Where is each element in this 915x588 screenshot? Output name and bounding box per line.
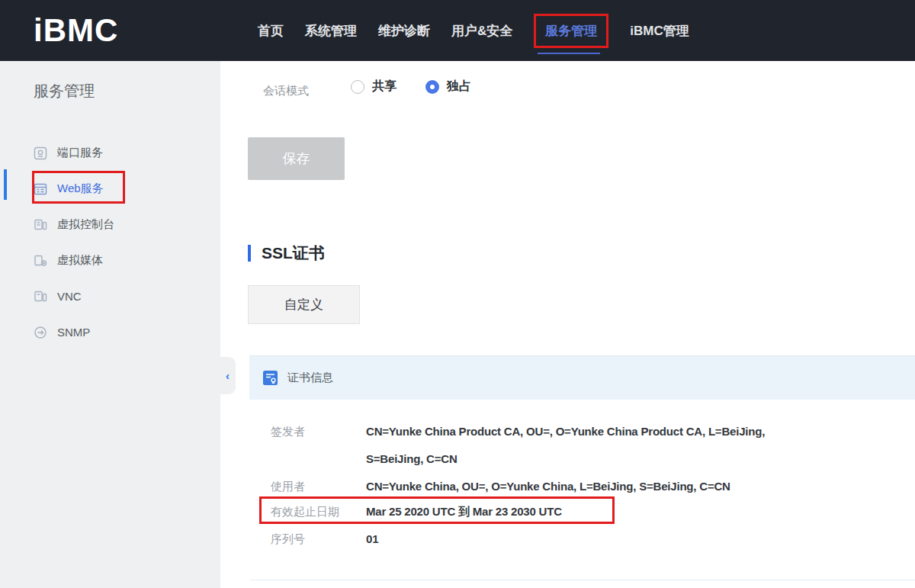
sidebar-item-label: 虚拟媒体 xyxy=(57,253,103,268)
serial-number-value: 01 xyxy=(366,532,378,545)
sidebar-item-label: 虚拟控制台 xyxy=(57,217,114,232)
top-navigation: 首页 系统管理 维护诊断 用户&安全 服务管理 iBMC管理 xyxy=(258,0,689,61)
ssl-section-header: SSL证书 xyxy=(248,244,325,262)
issuer-value-line2: S=BeiJing, C=CN xyxy=(366,452,458,465)
sidebar-item-virtual-console[interactable]: 虚拟控制台 xyxy=(0,207,220,243)
sidebar-item-virtual-media[interactable]: 虚拟媒体 xyxy=(0,243,220,278)
web-service-icon xyxy=(34,182,47,196)
sidebar-item-label: SNMP xyxy=(57,326,90,339)
subject-value: CN=Yunke China, OU=, O=Yunke China, L=Be… xyxy=(366,480,730,493)
chevron-left-icon: ‹ xyxy=(226,369,230,382)
sidebar-item-port-service[interactable]: 端口服务 xyxy=(0,135,220,171)
nav-tab-service-management[interactable]: 服务管理 xyxy=(534,14,608,48)
serial-number-label: 序列号 xyxy=(271,532,305,547)
certificate-panel-header: 证书信息 xyxy=(249,356,915,400)
certificate-panel-title: 证书信息 xyxy=(287,371,333,385)
sidebar-collapse-button[interactable]: ‹ xyxy=(220,357,236,394)
nav-tab-maintenance-diagnosis[interactable]: 维护诊断 xyxy=(378,22,430,40)
sidebar-item-label: 端口服务 xyxy=(57,146,103,160)
sidebar-item-vnc[interactable]: VNC xyxy=(0,278,220,314)
ibmc-logo: iBMC xyxy=(34,12,118,49)
radio-checked-icon xyxy=(425,80,439,94)
vnc-icon xyxy=(34,290,47,304)
active-item-indicator xyxy=(4,169,7,200)
session-mode-radio-group: 共享 独占 xyxy=(351,79,471,95)
virtual-console-icon xyxy=(34,218,47,232)
save-button[interactable]: 保存 xyxy=(248,137,345,180)
radio-exclusive-mode[interactable]: 独占 xyxy=(425,79,471,95)
nav-tab-user-security[interactable]: 用户&安全 xyxy=(451,22,512,40)
issuer-label: 签发者 xyxy=(271,425,305,439)
sidebar-item-label: VNC xyxy=(57,290,82,303)
radio-unchecked-icon xyxy=(351,80,364,94)
section-accent-bar xyxy=(248,245,251,262)
certificate-icon xyxy=(262,370,278,386)
ssl-section-title: SSL证书 xyxy=(262,243,325,264)
validity-label: 有效起止日期 xyxy=(271,505,339,519)
sidebar-item-label: Web服务 xyxy=(57,182,104,196)
sidebar-item-web-service[interactable]: Web服务 xyxy=(0,171,220,207)
port-service-icon xyxy=(34,146,47,160)
custom-certificate-button[interactable]: 自定义 xyxy=(248,285,360,324)
sidebar-title: 服务管理 xyxy=(34,81,95,101)
snmp-icon xyxy=(34,326,47,339)
virtual-media-icon xyxy=(34,254,47,268)
sidebar: 服务管理 端口服务 Web服务 xyxy=(0,61,220,588)
nav-tab-home[interactable]: 首页 xyxy=(258,22,284,40)
nav-tab-ibmc-management[interactable]: iBMC管理 xyxy=(630,22,689,40)
issuer-value-line1: CN=Yunke China Product CA, OU=, O=Yunke … xyxy=(366,425,765,438)
nav-tab-system-management[interactable]: 系统管理 xyxy=(305,22,357,40)
top-header-bar: iBMC 首页 系统管理 维护诊断 用户&安全 服务管理 iBMC管理 xyxy=(0,0,915,61)
validity-value: Mar 25 2020 UTC 到 Mar 23 2030 UTC xyxy=(366,505,562,519)
sidebar-menu: 端口服务 Web服务 虚拟控制台 xyxy=(0,135,220,350)
subject-label: 使用者 xyxy=(271,480,305,494)
sidebar-item-snmp[interactable]: SNMP xyxy=(0,314,220,350)
session-mode-label: 会话模式 xyxy=(263,84,309,98)
certificate-info-panel: 证书信息 签发者 CN=Yunke China Product CA, OU=,… xyxy=(249,355,915,580)
radio-shared-mode[interactable]: 共享 xyxy=(351,79,396,95)
